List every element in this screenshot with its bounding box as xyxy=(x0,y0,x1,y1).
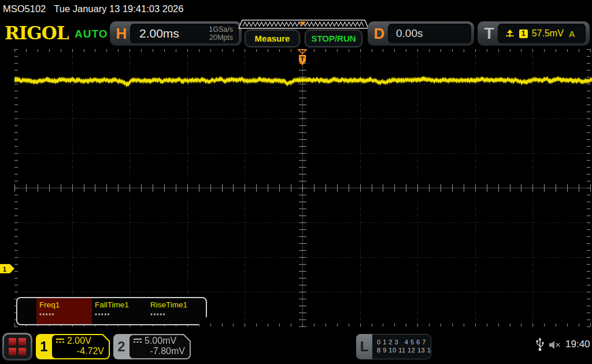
graticule-canvas xyxy=(0,49,592,329)
measurement-value: ***** xyxy=(39,313,92,319)
rigol-logo: RIGOL xyxy=(5,23,69,43)
channel1-marker-arrow-icon xyxy=(0,264,14,273)
dc-coupling-icon xyxy=(133,338,142,344)
horizontal-timebase-block[interactable]: H 2.00ms 1GSa/s 20Mpts xyxy=(110,21,242,46)
trigger-label: T xyxy=(480,24,498,43)
channel1-marker-number: 1 xyxy=(3,266,6,273)
delay-screen: 0.00s xyxy=(388,24,471,43)
bottom-bar: 1 2.00V -4.72V 2 xyxy=(0,329,592,364)
channel2-block[interactable]: 2 5.00mV -7.80mV xyxy=(113,334,191,359)
windows-icon xyxy=(4,335,31,359)
channel2-number: 2 xyxy=(113,334,130,359)
measurement-label: FallTime1 xyxy=(95,300,147,309)
delay-block[interactable]: D 0.00s xyxy=(368,21,474,46)
channel1-settings: 2.00V -4.72V xyxy=(52,335,109,358)
channel1-offset: -4.72V xyxy=(56,346,104,356)
logic-row-1: 0 1 2 3 4 5 6 7 xyxy=(377,338,431,346)
trigger-source-badge: 1 xyxy=(519,29,528,38)
logic-label: L xyxy=(356,334,372,359)
horizontal-label: H xyxy=(113,25,130,43)
timebase-value: 2.00ms xyxy=(130,27,179,40)
acquisition-mode-indicator: AUTO xyxy=(75,28,108,40)
delay-value: 0.00s xyxy=(388,27,423,40)
measurement-value: ***** xyxy=(150,313,203,319)
measurement-item-risetime1[interactable]: RiseTime1 ***** xyxy=(147,298,203,324)
speaker-muted-icon xyxy=(548,340,562,350)
usb-icon xyxy=(535,336,545,352)
rising-edge-icon xyxy=(505,29,515,38)
logic-row-2: 8 9 10 11 12 13 14 15 xyxy=(377,346,431,354)
measurement-value: ***** xyxy=(95,313,147,319)
memory-depth: 20Mpts xyxy=(209,34,233,42)
measurement-label: RiseTime1 xyxy=(150,300,203,309)
channel1-ground-marker[interactable]: 1 xyxy=(0,264,15,274)
sample-rate: 1GSa/s xyxy=(209,25,233,34)
acquisition-rates: 1GSa/s 20Mpts xyxy=(209,25,239,42)
windows-menu-button-face xyxy=(4,335,31,359)
channel2-scale: 5.00mV xyxy=(145,336,176,346)
horizontal-screen: 2.00ms 1GSa/s 20Mpts xyxy=(130,24,239,43)
measure-button[interactable]: Measure xyxy=(245,30,299,47)
measurement-item-freq1[interactable]: Freq1 ***** xyxy=(36,298,92,324)
status-bar: MSO5102Tue January 13 19:41:03 2026 xyxy=(0,0,592,17)
measurement-results-panel: Freq1 ***** FallTime1 ***** RiseTime1 **… xyxy=(16,297,207,325)
horizontal-position-band[interactable] xyxy=(238,20,369,29)
delay-label: D xyxy=(371,25,388,43)
model-name: MSO5102 xyxy=(3,3,46,14)
trigger-sweep-mode: A xyxy=(569,29,575,39)
windows-menu-button[interactable] xyxy=(2,333,32,361)
measure-button-label: Measure xyxy=(255,34,290,43)
trigger-screen: 1 57.5mV A xyxy=(498,24,586,43)
trigger-marker-outline-icon xyxy=(298,50,306,54)
channel2-settings: 5.00mV -7.80mV xyxy=(130,335,190,358)
trigger-level-value: 57.5mV xyxy=(532,28,564,39)
stop-run-button-label: STOP/RUN xyxy=(311,34,356,43)
clock-display: 19:40 xyxy=(565,339,590,350)
logic-channel-list: 0 1 2 3 4 5 6 7 8 9 10 11 12 13 14 15 xyxy=(372,334,431,359)
header-bar: RIGOL AUTO H 2.00ms 1GSa/s 20Mpts Measur… xyxy=(0,17,592,49)
measurement-label: Freq1 xyxy=(39,300,92,309)
channel1-scale: 2.00V xyxy=(67,336,91,346)
trigger-position-marker[interactable]: T xyxy=(297,49,308,66)
stop-run-button[interactable]: STOP/RUN xyxy=(305,30,362,47)
channel1-block[interactable]: 1 2.00V -4.72V xyxy=(36,334,110,359)
dc-coupling-icon xyxy=(56,338,65,344)
measurement-item-falltime1[interactable]: FallTime1 ***** xyxy=(92,298,147,324)
logic-channels-block[interactable]: L 0 1 2 3 4 5 6 7 8 9 10 11 12 13 14 15 xyxy=(356,334,431,359)
datetime-text: Tue January 13 19:41:03 2026 xyxy=(54,3,183,14)
channel2-offset: -7.80mV xyxy=(133,346,185,356)
waveform-display-area: T 1 Freq1 ***** FallTime1 ***** RiseTime… xyxy=(0,49,592,329)
trigger-marker-letter: T xyxy=(301,55,305,62)
channel1-number: 1 xyxy=(36,334,52,359)
trigger-block[interactable]: T 1 57.5mV A xyxy=(478,21,590,46)
